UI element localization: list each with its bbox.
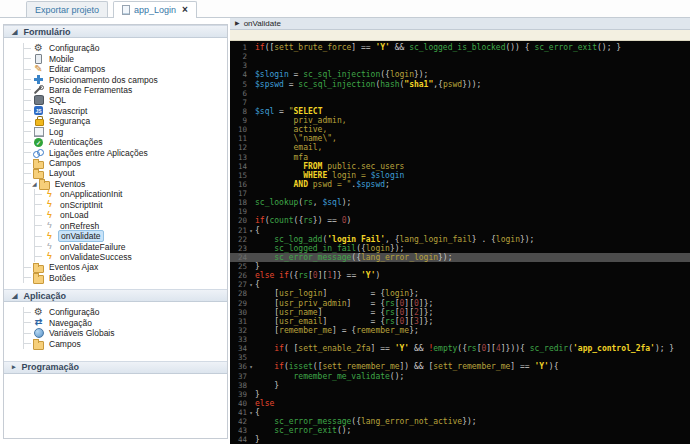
code-line-16[interactable]: 16 AND pswd = ".$spswd; [230, 180, 690, 189]
sidebar-item-onload[interactable]: onLoad [35, 210, 227, 220]
sidebar-item-configuracao[interactable]: Configuração [24, 307, 227, 317]
code-text: $spswd = sc_sql_injection(hash("sha1",{p… [255, 80, 690, 89]
sidebar-item-botoes[interactable]: Botões [24, 273, 227, 283]
line-number: 9 [230, 116, 247, 125]
folder-icon [33, 158, 44, 168]
sidebar-item-onapplicationinit[interactable]: onApplicationInit [35, 189, 227, 199]
code-line-28[interactable]: 28 [usr_login] = {login}; [230, 289, 690, 298]
sidebar-item-campos[interactable]: Campos [24, 158, 227, 168]
code-line-12[interactable]: 12 email, [230, 143, 690, 152]
code-line-40[interactable]: 40else [230, 399, 690, 408]
sidebar-item-seguranca[interactable]: Segurança [24, 116, 227, 126]
sidebar-item-sql[interactable]: SQL [24, 95, 227, 105]
expanded-icon[interactable]: ◢ [32, 181, 37, 187]
code-line-39[interactable]: 39} [230, 390, 690, 399]
code-line-9[interactable]: 9 priv_admin, [230, 116, 690, 125]
sidebar-item-campos[interactable]: Campos [24, 338, 227, 348]
code-line-19[interactable]: 19 [230, 207, 690, 216]
sidebar-item-log[interactable]: Log [24, 127, 227, 137]
code-line-4[interactable]: 4$slogin = sc_sql_injection({login}); [230, 70, 690, 79]
code-line-21[interactable]: 21▾{ [230, 226, 690, 235]
section-header-programacao[interactable]: ▸Programação [4, 361, 227, 374]
code-text: else if({rs[0][1]} == 'Y') [255, 271, 690, 280]
sidebar-item-navegacao[interactable]: Navegação [24, 318, 227, 328]
gear-icon [33, 307, 44, 317]
fold-icon[interactable]: ▾ [247, 280, 255, 289]
code-line-33[interactable]: 33 [230, 335, 690, 344]
tab-label: Exportar projeto [35, 5, 99, 15]
sidebar-item-posicionamento-dos-campos[interactable]: Posicionamento dos campos [24, 74, 227, 84]
sidebar-item-ligacoes-entre-aplicacoes[interactable]: Ligações entre Aplicações [24, 147, 227, 157]
sidebar-item-javascript[interactable]: Javascript [24, 106, 227, 116]
code-line-22[interactable]: 22 sc_log_add('login Fail', {lang_login_… [230, 235, 690, 244]
code-line-20[interactable]: 20if(count({rs}) == 0) [230, 216, 690, 225]
sidebar-item-onvalidatefailure[interactable]: onValidateFailure [35, 241, 227, 251]
fold-icon[interactable]: ▾ [247, 362, 255, 371]
code-line-30[interactable]: 30 [usr_name] = {rs[0][2]}; [230, 308, 690, 317]
sidebar-item-variaveis-globais[interactable]: Variáveis Globais [24, 328, 227, 338]
sidebar-item-label: SQL [47, 95, 68, 105]
tab-label: app_Login [134, 5, 176, 15]
code-line-1[interactable]: 1if([sett_brute_force] == 'Y' && sc_logg… [230, 43, 690, 52]
code-line-44[interactable]: 44} [230, 435, 690, 444]
code-line-6[interactable]: 6 [230, 89, 690, 98]
code-line-27[interactable]: 27▾{ [230, 280, 690, 289]
code-line-3[interactable]: 3 [230, 61, 690, 70]
tab-app-login[interactable]: app_Login× [113, 1, 197, 18]
code-line-35[interactable]: 35 [230, 353, 690, 362]
code-text: sc_error_exit(); [255, 426, 690, 435]
folder-icon [39, 179, 50, 189]
code-line-8[interactable]: 8$sql = "SELECT [230, 107, 690, 116]
section-header-aplicacao[interactable]: ◢Aplicação [4, 289, 227, 302]
code-text: } [255, 435, 690, 444]
sidebar-item-onscriptinit[interactable]: onScriptInit [35, 200, 227, 210]
sidebar-item-autenticacoes[interactable]: Autenticações [24, 137, 227, 147]
code-line-26[interactable]: 26else if({rs[0][1]} == 'Y') [230, 271, 690, 280]
sidebar-item-label: Mobile [47, 54, 76, 64]
code-line-14[interactable]: 14 FROM public.sec_users [230, 162, 690, 171]
code-line-7[interactable]: 7 [230, 98, 690, 107]
sidebar-item-layout[interactable]: Layout [24, 168, 227, 178]
code-line-38[interactable]: 38 } [230, 381, 690, 390]
code-line-25[interactable]: 25} [230, 262, 690, 271]
code-line-23[interactable]: 23 sc_logged_in_fail({login}); [230, 244, 690, 253]
sidebar-item-onvalidate[interactable]: onValidate [35, 231, 227, 241]
fold-icon[interactable]: ▾ [247, 226, 255, 235]
code-line-43[interactable]: 43 sc_error_exit(); [230, 426, 690, 435]
sidebar-item-barra-de-ferramentas[interactable]: Barra de Ferramentas [24, 85, 227, 95]
code-line-34[interactable]: 34 if( [sett_enable_2fa] == 'Y' && !empt… [230, 344, 690, 353]
sidebar-item-configuracao[interactable]: Configuração [24, 43, 227, 53]
sidebar-item-mobile[interactable]: Mobile [24, 53, 227, 63]
code-line-31[interactable]: 31 [usr_email] = {rs[0][3]}; [230, 317, 690, 326]
sidebar-item-eventos-ajax[interactable]: Eventos Ajax [24, 262, 227, 272]
close-icon[interactable]: × [182, 5, 188, 15]
code-line-17[interactable]: 17 [230, 189, 690, 198]
code-line-29[interactable]: 29 [usr_priv_admin] = {rs[0][0]}; [230, 299, 690, 308]
tab-bar: Exportar projetoapp_Login× [0, 0, 690, 18]
code-line-32[interactable]: 32 [remember_me] = {remember_me}; [230, 326, 690, 335]
sidebar-item-onvalidatesuccess[interactable]: onValidateSuccess [35, 252, 227, 262]
code-line-42[interactable]: 42 sc_error_message({lang_error_not_acti… [230, 417, 690, 426]
sidebar-item-editar-campos[interactable]: Editar Campos [24, 64, 227, 74]
code-line-5[interactable]: 5$spswd = sc_sql_injection(hash("sha1",{… [230, 80, 690, 89]
code-line-15[interactable]: 15 WHERE login = $slogin [230, 171, 690, 180]
code-line-36[interactable]: 36▾ if(isset([sett_remember_me]) && [set… [230, 362, 690, 371]
sidebar-item-label: Layout [47, 168, 77, 178]
fold-icon[interactable]: ▾ [247, 408, 255, 417]
sidebar-item-label: Configuração [47, 307, 102, 317]
code-text: { [255, 280, 690, 289]
code-line-18[interactable]: 18sc_lookup(rs, $sql); [230, 198, 690, 207]
code-line-10[interactable]: 10 active, [230, 125, 690, 134]
code-line-41[interactable]: 41▾{ [230, 408, 690, 417]
code-area[interactable]: 1if([sett_brute_force] == 'Y' && sc_logg… [230, 41, 690, 444]
code-line-37[interactable]: 37 remember_me_validate(); [230, 372, 690, 381]
section-title: Programação [22, 362, 80, 372]
code-line-2[interactable]: 2 [230, 52, 690, 61]
section-header-formulario[interactable]: ◢Formulário [4, 25, 227, 38]
tab-exportar-projeto[interactable]: Exportar projeto [26, 1, 108, 17]
code-line-13[interactable]: 13 mfa [230, 153, 690, 162]
line-number: 31 [230, 317, 247, 326]
code-line-24[interactable]: 24 sc_error_message({lang_error_login}); [230, 253, 690, 262]
sidebar-item-eventos[interactable]: ◢Eventos [24, 179, 227, 189]
code-line-11[interactable]: 11 \"name\", [230, 134, 690, 143]
